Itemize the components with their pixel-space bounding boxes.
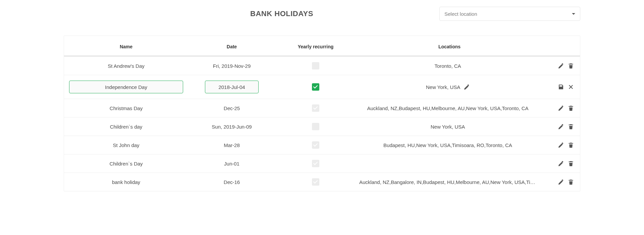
cell-locations: Budapest, HU,New York, USA,Timisoara, RO…: [356, 136, 543, 154]
chevron-down-icon: [572, 13, 575, 15]
delete-icon[interactable]: [568, 160, 574, 167]
save-icon[interactable]: [558, 84, 564, 90]
cell-actions: [543, 117, 580, 136]
edit-icon[interactable]: [558, 160, 564, 167]
recurring-checkbox: [312, 123, 319, 130]
recurring-checkbox: [312, 62, 319, 69]
recurring-checkbox: [312, 104, 319, 112]
cell-name: bank holiday: [64, 173, 188, 191]
column-header-date: Date: [188, 36, 275, 56]
cell-date: Dec-16: [188, 173, 275, 191]
delete-icon[interactable]: [568, 105, 574, 111]
cell-actions: [543, 75, 580, 99]
recurring-checkbox: [312, 160, 319, 167]
delete-icon[interactable]: [568, 142, 574, 148]
edit-icon[interactable]: [558, 105, 564, 111]
edit-locations-icon[interactable]: [464, 84, 470, 90]
cell-recurring: [275, 173, 356, 191]
cell-name: Christmas Day: [64, 99, 188, 117]
locations-value: Budapest, HU,New York, USA,Timisoara, RO…: [383, 142, 512, 148]
cell-date: [188, 75, 275, 99]
table-row: Christmas DayDec-25Auckland, NZ,Budapest…: [64, 99, 580, 117]
table-row: St John dayMar-28Budapest, HU,New York, …: [64, 136, 580, 154]
table-row: St Andrew's DayFri, 2019-Nov-29Toronto, …: [64, 56, 580, 75]
name-value: Children`s Day: [109, 161, 143, 167]
table-row: Children`s daySun, 2019-Jun-09New York, …: [64, 117, 580, 136]
edit-icon[interactable]: [558, 179, 564, 185]
cell-recurring: [275, 75, 356, 99]
cell-actions: [543, 136, 580, 154]
edit-icon[interactable]: [558, 142, 564, 148]
cell-date: Fri, 2019-Nov-29: [188, 56, 275, 75]
date-input[interactable]: [205, 81, 259, 93]
cell-name: St John day: [64, 136, 188, 154]
date-value: Fri, 2019-Nov-29: [213, 63, 251, 69]
date-value: Mar-28: [224, 142, 240, 148]
cell-actions: [543, 154, 580, 173]
date-value: Dec-25: [224, 105, 240, 111]
page-title: BANK HOLIDAYS: [124, 9, 439, 18]
locations-value: Auckland, NZ,Bangalore, IN,Budapest, HU,…: [359, 179, 543, 185]
table-row: Children`s DayJun-01: [64, 154, 580, 173]
location-filter-placeholder: Select location: [444, 11, 477, 17]
cell-name: Children`s Day: [64, 154, 188, 173]
cell-actions: [543, 99, 580, 117]
cell-date: Sun, 2019-Jun-09: [188, 117, 275, 136]
cell-name: St Andrew's Day: [64, 56, 188, 75]
cancel-icon[interactable]: [568, 84, 574, 90]
recurring-checkbox: [312, 178, 319, 186]
recurring-checkbox: [312, 141, 319, 149]
delete-icon[interactable]: [568, 63, 574, 69]
cell-recurring: [275, 154, 356, 173]
delete-icon[interactable]: [568, 179, 574, 185]
location-filter-select[interactable]: Select location: [439, 7, 580, 21]
name-value: St Andrew's Day: [108, 63, 145, 69]
locations-value: Auckland, NZ,Budapest, HU,Melbourne, AU,…: [367, 105, 528, 111]
table-row: bank holidayDec-16Auckland, NZ,Bangalore…: [64, 173, 580, 191]
cell-name: [64, 75, 188, 99]
name-value: bank holiday: [112, 179, 140, 185]
cell-locations: New York, USA: [356, 75, 543, 99]
cell-actions: [543, 56, 580, 75]
cell-recurring: [275, 136, 356, 154]
date-value: Sun, 2019-Jun-09: [212, 124, 252, 130]
name-value: Children`s day: [110, 124, 143, 130]
cell-locations: New York, USA: [356, 117, 543, 136]
date-value: Jun-01: [224, 161, 239, 167]
column-header-actions: [543, 36, 580, 56]
delete-icon[interactable]: [568, 124, 574, 130]
cell-locations: Auckland, NZ,Bangalore, IN,Budapest, HU,…: [356, 173, 543, 191]
column-header-recurring: Yearly recurring: [275, 36, 356, 56]
recurring-checkbox[interactable]: [312, 83, 319, 91]
date-value: Dec-16: [224, 179, 240, 185]
table-row: New York, USA: [64, 75, 580, 99]
column-header-locations: Locations: [356, 36, 543, 56]
cell-date: Jun-01: [188, 154, 275, 173]
cell-actions: [543, 173, 580, 191]
name-value: Christmas Day: [110, 105, 143, 111]
cell-locations: [356, 154, 543, 173]
edit-icon[interactable]: [558, 124, 564, 130]
cell-date: Mar-28: [188, 136, 275, 154]
cell-name: Children`s day: [64, 117, 188, 136]
cell-locations: Auckland, NZ,Budapest, HU,Melbourne, AU,…: [356, 99, 543, 117]
cell-recurring: [275, 99, 356, 117]
column-header-name: Name: [64, 36, 188, 56]
bank-holidays-table: Name Date Yearly recurring Locations St …: [64, 36, 580, 191]
cell-locations: Toronto, CA: [356, 56, 543, 75]
name-value: St John day: [113, 142, 139, 148]
cell-recurring: [275, 117, 356, 136]
locations-value: Toronto, CA: [434, 63, 461, 69]
locations-value: New York, USA: [431, 124, 465, 130]
locations-value: New York, USA: [426, 84, 461, 90]
name-input[interactable]: [69, 81, 183, 93]
cell-date: Dec-25: [188, 99, 275, 117]
cell-recurring: [275, 56, 356, 75]
edit-icon[interactable]: [558, 63, 564, 69]
